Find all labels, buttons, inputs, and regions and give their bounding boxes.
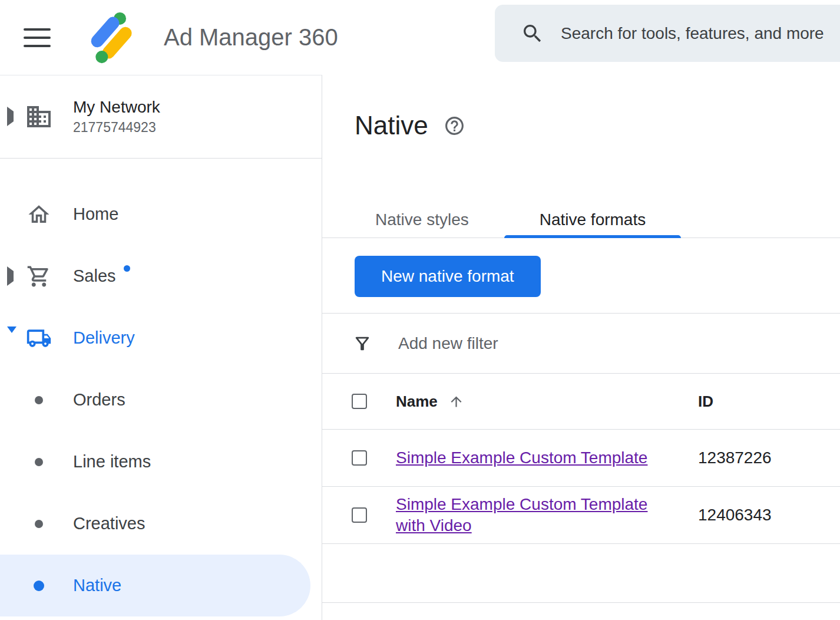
sidebar-item-label: Delivery [73, 328, 135, 348]
row-checkbox[interactable] [352, 450, 367, 466]
network-name: My Network [73, 98, 160, 117]
id-header-label: ID [698, 393, 713, 410]
sidebar-item-label: Orders [73, 390, 125, 410]
cart-icon [27, 264, 51, 289]
bullet-icon [34, 581, 44, 591]
table-header-row: Name ID [322, 374, 840, 430]
action-row: New native format [322, 238, 840, 314]
sidebar-item-label: Line items [73, 452, 151, 471]
sidebar-item-label: Home [73, 205, 118, 224]
delivery-collapse-icon[interactable] [7, 327, 16, 343]
row-checkbox[interactable] [352, 507, 367, 523]
sidebar-item-orders[interactable]: Orders [0, 369, 322, 431]
add-filter-label: Add new filter [398, 334, 498, 353]
home-icon [27, 202, 51, 227]
top-bar: Ad Manager 360 [0, 0, 840, 75]
app-logo-link[interactable]: Ad Manager 360 [86, 11, 338, 65]
sidebar-item-delivery[interactable]: Delivery [0, 307, 322, 369]
bullet-icon [35, 396, 43, 404]
page-title: Native [355, 108, 428, 143]
native-format-id: 12406343 [698, 506, 772, 524]
tab-label: Native styles [375, 210, 469, 229]
sidebar-item-native[interactable]: Native [0, 555, 310, 616]
name-header-label: Name [396, 393, 438, 411]
bullet-icon [35, 458, 43, 466]
native-formats-table: Name ID Simple Example Custom Templat [322, 374, 840, 603]
id-column-header[interactable]: ID [698, 393, 840, 411]
name-column-header[interactable]: Name [396, 393, 698, 411]
app-title: Ad Manager 360 [164, 24, 338, 51]
sidebar-item-label: Creatives [73, 514, 145, 533]
sidebar-item-label: Sales [73, 266, 116, 286]
filter-icon [352, 334, 372, 354]
table-row: Simple Example Custom Template 12387226 [322, 430, 840, 487]
sidebar: My Network 21775744923 Home [0, 75, 322, 620]
global-search-bar[interactable] [495, 5, 840, 62]
main-content: Native Native styles Native formats New … [322, 75, 840, 620]
new-native-format-button[interactable]: New native format [355, 256, 541, 297]
add-filter-control[interactable]: Add new filter [322, 314, 840, 374]
sales-notification-dot [124, 265, 130, 272]
sidebar-item-home[interactable]: Home [0, 183, 322, 245]
tab-native-formats[interactable]: Native formats [504, 202, 682, 238]
network-id: 21775744923 [73, 120, 160, 136]
search-input[interactable] [560, 24, 840, 44]
tab-native-styles[interactable]: Native styles [340, 202, 504, 238]
network-selector[interactable]: My Network 21775744923 [0, 75, 322, 158]
native-format-id: 12387226 [698, 448, 772, 467]
sidebar-item-sales[interactable]: Sales [0, 245, 322, 307]
truck-icon [26, 325, 52, 351]
hamburger-menu-icon[interactable] [24, 28, 51, 47]
sidebar-item-line-items[interactable]: Line items [0, 431, 322, 493]
select-all-checkbox[interactable] [352, 394, 367, 409]
network-expand-icon[interactable] [7, 107, 14, 126]
tab-label: Native formats [540, 210, 646, 229]
ad-manager-logo-icon [86, 11, 140, 65]
tab-bar: Native styles Native formats [322, 202, 840, 238]
sort-ascending-icon [448, 394, 464, 410]
table-empty-space [322, 544, 840, 603]
table-row: Simple Example Custom Template with Vide… [322, 487, 840, 544]
sidebar-item-label: Native [73, 576, 121, 595]
sidebar-item-creatives[interactable]: Creatives [0, 493, 322, 555]
sidebar-nav: Home Sales Delivery [0, 159, 322, 616]
search-icon [521, 22, 544, 45]
sales-expand-icon[interactable] [7, 266, 14, 286]
native-format-link[interactable]: Simple Example Custom Template with Vide… [396, 494, 674, 536]
native-format-link[interactable]: Simple Example Custom Template [396, 447, 647, 469]
bullet-icon [35, 520, 43, 528]
building-icon [25, 103, 53, 131]
help-icon[interactable] [444, 115, 465, 137]
